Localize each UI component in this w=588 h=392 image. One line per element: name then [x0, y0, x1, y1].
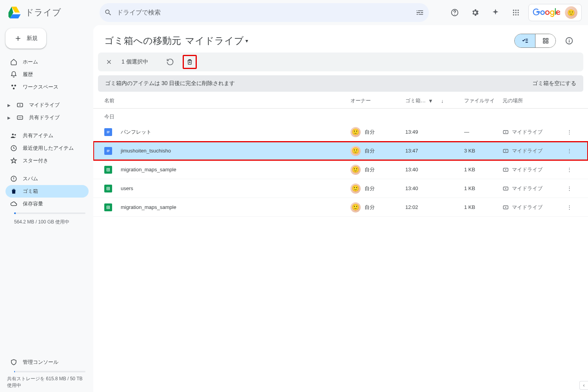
sidebar-item-label: 共有ドライブ — [29, 114, 60, 121]
account-chip[interactable]: 🙂 — [528, 4, 582, 21]
sidebar-item-storage[interactable]: 保存容量 — [5, 198, 89, 210]
col-date[interactable]: ゴミ箱… ▼ ↓ — [405, 97, 464, 104]
gemini-sparkle-icon[interactable] — [488, 5, 503, 20]
cloud-icon — [10, 200, 17, 207]
sidebar-item-trash[interactable]: ゴミ箱 — [5, 185, 89, 198]
original-location: マイドライブ — [503, 185, 561, 192]
new-button[interactable]: 新規 — [5, 28, 46, 49]
col-owner[interactable]: オーナー — [350, 97, 405, 104]
people-icon — [10, 132, 17, 139]
location-dropdown[interactable]: マイドライブ ▾ — [185, 34, 248, 47]
svg-rect-27 — [546, 42, 548, 44]
sidebar-item-activity[interactable]: 履歴 — [5, 68, 89, 81]
search-options-icon[interactable] — [416, 8, 424, 17]
selection-bar: 1 個選択中 — [98, 53, 583, 71]
row-more-button[interactable]: ⋮ — [561, 185, 577, 191]
trashed-time: 13:40 — [405, 185, 464, 191]
svg-point-23 — [13, 180, 14, 181]
delete-forever-button[interactable] — [183, 55, 197, 69]
sidebar-item-shared[interactable]: 共有アイテム — [5, 129, 89, 142]
expand-icon[interactable]: ▶ — [7, 116, 11, 120]
owner-name: 自分 — [365, 185, 375, 192]
sidebar-item-shareddrives[interactable]: ▶共有ドライブ — [5, 111, 89, 124]
sidebar-item-recent[interactable]: 最近使用したアイテム — [5, 142, 89, 154]
sidebar-item-mydrive[interactable]: ▶マイドライブ — [5, 99, 89, 111]
sidebar-item-spam[interactable]: スパム — [5, 172, 89, 185]
col-size[interactable]: ファイルサイ — [464, 97, 503, 104]
user-avatar-icon: 🙂 — [565, 6, 577, 19]
row-more-button[interactable]: ⋮ — [561, 129, 577, 135]
svg-point-10 — [517, 14, 519, 15]
col-location[interactable]: 元の場所 — [503, 97, 561, 104]
view-toggle — [514, 34, 556, 48]
table-row[interactable]: users🙂自分13:401 KBマイドライブ⋮ — [93, 179, 588, 198]
file-list: パンフレット🙂自分13:49—マイドライブ⋮jimushoiten_tsuchi… — [93, 123, 588, 217]
owner-name: 自分 — [365, 129, 375, 136]
file-name: users — [121, 185, 133, 191]
svg-point-3 — [515, 10, 516, 11]
plus-icon — [14, 34, 22, 42]
search-bar[interactable] — [100, 3, 429, 22]
row-more-button[interactable]: ⋮ — [561, 148, 577, 154]
sidebar-item-label: 履歴 — [23, 71, 33, 78]
logo-area[interactable]: ドライブ — [6, 5, 100, 20]
owner-name: 自分 — [365, 204, 375, 211]
svg-point-29 — [569, 39, 570, 40]
file-name: migration_maps_sample — [121, 167, 176, 172]
sidebar-item-label: 共有アイテム — [23, 132, 53, 139]
svg-point-9 — [515, 14, 516, 15]
settings-icon[interactable] — [467, 5, 483, 20]
sidebar-item-admin[interactable]: 管理コンソール — [5, 356, 89, 368]
sidebar-item-starred[interactable]: スター付き — [5, 154, 89, 167]
file-size: 1 KB — [464, 185, 503, 191]
svg-point-6 — [515, 12, 516, 13]
file-size: — — [464, 129, 503, 135]
table-row[interactable]: パンフレット🙂自分13:49—マイドライブ⋮ — [93, 123, 588, 142]
app-name: ドライブ — [25, 7, 61, 18]
restore-button[interactable] — [163, 55, 177, 69]
close-selection-button[interactable] — [102, 55, 116, 69]
svg-point-18 — [20, 117, 21, 118]
col-name[interactable]: 名前 — [104, 97, 350, 104]
trash-notice: ゴミ箱内のアイテムは 30 日後に完全に削除されます ゴミ箱を空にする — [98, 75, 583, 92]
docs-icon — [104, 128, 112, 136]
row-more-button[interactable]: ⋮ — [561, 167, 577, 172]
svg-point-1 — [454, 14, 455, 15]
original-location: マイドライブ — [503, 129, 561, 136]
sidebar-item-label: ワークスペース — [23, 83, 58, 91]
svg-rect-31 — [107, 132, 110, 132]
original-location: マイドライブ — [503, 147, 561, 154]
owner-name: 自分 — [365, 166, 375, 173]
sidebar-item-label: ホーム — [23, 58, 38, 65]
trashed-time: 12:02 — [405, 204, 464, 210]
help-icon[interactable] — [447, 5, 463, 20]
table-row[interactable]: migration_maps_sample🙂自分12:021 KBマイドライブ⋮ — [93, 198, 588, 217]
trashed-time: 13:47 — [405, 148, 464, 154]
star-icon — [10, 157, 17, 164]
sidebar-item-label: 保存容量 — [23, 200, 43, 207]
bell-icon — [10, 71, 17, 78]
sidebar-item-workspaces[interactable]: ワークスペース — [5, 81, 89, 93]
apps-icon[interactable] — [508, 5, 524, 20]
list-view-button[interactable] — [515, 34, 535, 47]
row-more-button[interactable]: ⋮ — [561, 204, 577, 210]
svg-point-48 — [505, 207, 506, 208]
main-content: ゴミ箱への移動元 マイドライブ ▾ 1 個選択中 ゴミ箱内の — [93, 25, 588, 392]
sidebar-item-home[interactable]: ホーム — [5, 56, 89, 68]
table-row[interactable]: jimushoiten_tsuchisho🙂自分13:473 KBマイドライブ⋮ — [93, 142, 588, 160]
info-icon[interactable] — [561, 33, 577, 49]
sort-desc-icon: ▼ — [428, 98, 433, 104]
sidebar-item-label: スパム — [23, 175, 38, 182]
svg-point-39 — [505, 150, 506, 151]
file-name: jimushoiten_tsuchisho — [121, 148, 171, 154]
svg-point-15 — [20, 105, 21, 106]
quota-text: 564.2 MB / 100 GB 使用中 — [14, 219, 87, 225]
expand-icon[interactable]: ▶ — [7, 103, 11, 107]
empty-trash-button[interactable]: ゴミ箱を空にする — [532, 80, 576, 87]
table-row[interactable]: migration_maps_sample🙂自分13:401 KBマイドライブ⋮ — [93, 160, 588, 179]
grid-view-button[interactable] — [535, 34, 555, 47]
svg-rect-35 — [107, 150, 110, 150]
search-input[interactable] — [117, 9, 416, 16]
owner-avatar-icon: 🙂 — [350, 202, 361, 212]
side-panel-toggle[interactable]: ‹ — [579, 381, 588, 390]
